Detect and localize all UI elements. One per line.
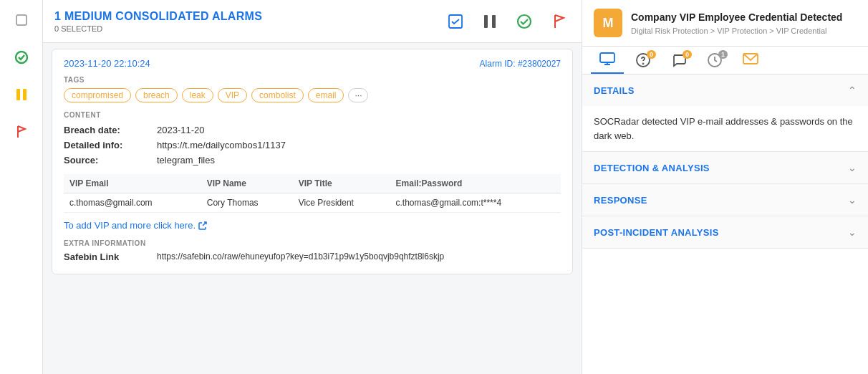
field-name-detailed-info: Detailed info:: [64, 140, 157, 150]
cell-vip-name: Cory Thomas: [201, 193, 293, 213]
tabs-row: 0 0 1: [582, 47, 868, 75]
right-panel-header: M Company VIP Employee Credential Detect…: [582, 0, 868, 47]
svg-point-12: [643, 64, 644, 64]
tab-badge-history: 1: [718, 50, 728, 59]
svg-rect-0: [16, 15, 26, 25]
alarm-timestamp: 2023-11-20 22:10:24: [64, 58, 150, 69]
cell-vip-title: Vice President: [293, 193, 390, 213]
header-title: 1 MEDIUM CONSOLIDATED ALARMS: [54, 10, 262, 23]
extra-field-row-safebin: Safebin Link https://safebin.co/raw/ehun…: [64, 251, 561, 262]
left-sidebar: [0, 0, 43, 374]
extra-info-label: EXTRA INFORMATION: [64, 239, 561, 247]
tag-combolist[interactable]: combolist: [251, 88, 304, 102]
tab-questions[interactable]: 0: [627, 47, 660, 74]
field-row-breach-date: Breach date: 2023-11-20: [64, 125, 561, 135]
accordion-detection-title: DETECTION & ANALYSIS: [594, 163, 710, 173]
alarm-icon-box: M: [594, 9, 622, 37]
checklist-action-icon[interactable]: [444, 10, 467, 33]
main-content: 1 MEDIUM CONSOLIDATED ALARMS 0 SELECTED: [43, 0, 582, 374]
col-vip-title: VIP Title: [293, 174, 390, 193]
svg-rect-5: [449, 15, 462, 28]
monitor-icon: [599, 52, 615, 65]
field-name-breach-date: Breach date:: [64, 125, 157, 135]
sidebar-checkbox[interactable]: [9, 7, 34, 33]
col-vip-email: VIP Email: [64, 174, 201, 193]
right-scrollable: DETAILS ⌃ SOCRadar detected VIP e-mail a…: [582, 75, 868, 374]
tag-vip[interactable]: VIP: [218, 88, 247, 102]
accordion-response-header[interactable]: RESPONSE ⌄: [582, 184, 868, 216]
external-link-icon: [198, 221, 207, 230]
alarm-card-header: 2023-11-20 22:10:24 Alarm ID: #23802027: [64, 58, 561, 69]
tab-badge-comments: 0: [683, 50, 692, 59]
accordion-post-incident-header[interactable]: POST-INCIDENT ANALYSIS ⌄: [582, 216, 868, 248]
accordion-post-incident-chevron: ⌄: [848, 226, 857, 238]
field-name-source: Source:: [64, 155, 157, 166]
accordion-details-title: DETAILS: [594, 85, 635, 96]
alarm-icon-letter: M: [603, 16, 614, 31]
pause-action-icon[interactable]: [478, 10, 501, 33]
tab-monitor[interactable]: [591, 47, 624, 74]
field-row-detailed-info: Detailed info: https://t.me/dailycombos1…: [64, 140, 561, 150]
header-title-section: 1 MEDIUM CONSOLIDATED ALARMS 0 SELECTED: [54, 10, 262, 33]
right-panel-title: Company VIP Employee Credential Detected: [631, 11, 842, 24]
accordion-details-chevron: ⌃: [848, 85, 857, 96]
tag-compromised[interactable]: compromised: [64, 88, 131, 102]
alarm-id: Alarm ID: #23802027: [480, 59, 561, 69]
content-label: CONTENT: [64, 111, 561, 119]
extra-field-value-safebin: https://safebin.co/raw/ehuneyufop?key=d1…: [157, 251, 444, 262]
alarm-card: 2023-11-20 22:10:24 Alarm ID: #23802027 …: [52, 49, 573, 274]
field-row-source: Source: telegram_files: [64, 155, 561, 166]
tag-more[interactable]: ···: [348, 88, 368, 102]
accordion-response-title: RESPONSE: [594, 195, 647, 206]
field-value-breach-date: 2023-11-20: [157, 125, 205, 135]
sidebar-approve-icon[interactable]: [9, 44, 34, 70]
svg-rect-6: [484, 15, 488, 28]
accordion-post-incident: POST-INCIDENT ANALYSIS ⌄: [582, 216, 868, 249]
sidebar-pause-icon[interactable]: [9, 82, 34, 107]
tag-breach[interactable]: breach: [135, 88, 178, 102]
accordion-detection-header[interactable]: DETECTION & ANALYSIS ⌄: [582, 152, 868, 183]
svg-rect-7: [492, 15, 496, 28]
svg-rect-2: [16, 89, 20, 100]
tags-row: compromised breach leak VIP combolist em…: [64, 88, 561, 102]
header-bar: 1 MEDIUM CONSOLIDATED ALARMS 0 SELECTED: [43, 0, 582, 43]
right-panel-title-block: Company VIP Employee Credential Detected…: [631, 11, 842, 34]
alarm-list: 2023-11-20 22:10:24 Alarm ID: #23802027 …: [43, 43, 582, 374]
svg-point-8: [518, 15, 531, 28]
approve-action-icon[interactable]: [513, 10, 536, 33]
accordion-detection-chevron: ⌄: [848, 162, 857, 173]
flag-action-icon[interactable]: [547, 10, 570, 33]
header-subtitle: 0 SELECTED: [54, 24, 262, 33]
accordion-details-header[interactable]: DETAILS ⌃: [582, 75, 868, 106]
right-panel-breadcrumb: Digital Risk Protection > VIP Protection…: [631, 27, 842, 35]
tab-badge-questions: 0: [647, 50, 656, 59]
right-panel: M Company VIP Employee Credential Detect…: [582, 0, 868, 374]
sidebar-flag-icon[interactable]: [9, 119, 34, 145]
accordion-post-incident-title: POST-INCIDENT ANALYSIS: [594, 227, 719, 238]
accordion-response-chevron: ⌄: [848, 194, 857, 206]
tag-leak[interactable]: leak: [182, 88, 213, 102]
accordion-details-body: SOCRadar detected VIP e-mail addresses &…: [582, 106, 868, 151]
add-vip-link[interactable]: To add VIP and more click here.: [64, 220, 561, 231]
tab-comments[interactable]: 0: [662, 47, 695, 74]
tab-email[interactable]: [734, 47, 767, 74]
tab-history[interactable]: 1: [698, 47, 731, 74]
header-actions: [444, 10, 570, 33]
vip-data-table: VIP Email VIP Name VIP Title Email:Passw…: [64, 174, 561, 213]
tags-label: TAGS: [64, 76, 561, 84]
extra-field-name-safebin: Safebin Link: [64, 251, 157, 262]
cell-email-password: c.thomas@gmail.com:t****4: [390, 193, 561, 213]
cell-vip-email: c.thomas@gmail.com: [64, 193, 201, 213]
col-vip-name: VIP Name: [201, 174, 293, 193]
tag-email[interactable]: email: [308, 88, 344, 102]
accordion-detection: DETECTION & ANALYSIS ⌄: [582, 152, 868, 184]
field-value-detailed-info: https://t.me/dailycombos1/1137: [157, 140, 286, 150]
email-icon: [743, 52, 758, 65]
accordion-details: DETAILS ⌃ SOCRadar detected VIP e-mail a…: [582, 75, 868, 152]
table-row: c.thomas@gmail.com Cory Thomas Vice Pres…: [64, 193, 561, 213]
content-section: CONTENT Breach date: 2023-11-20 Detailed…: [64, 111, 561, 166]
col-email-password: Email:Password: [390, 174, 561, 193]
add-vip-link-text: To add VIP and more click here.: [64, 220, 196, 231]
field-value-source: telegram_files: [157, 155, 215, 166]
svg-rect-3: [23, 89, 26, 100]
